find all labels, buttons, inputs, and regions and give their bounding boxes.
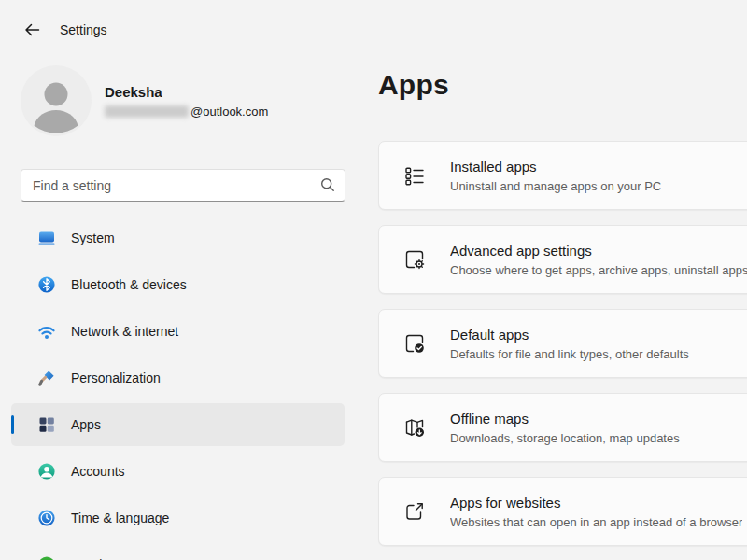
- sidebar-nav: System Bluetooth & devices Network & int…: [11, 217, 345, 560]
- user-email: @outlook.com: [105, 105, 268, 119]
- card-text: Default apps Defaults for file and link …: [450, 327, 689, 361]
- card-title: Installed apps: [450, 159, 661, 175]
- card-installed-apps[interactable]: Installed apps Uninstall and manage apps…: [378, 141, 747, 210]
- sidebar-item-label: Network & internet: [71, 324, 178, 339]
- search-box: [21, 169, 345, 202]
- sidebar-item-network-internet[interactable]: Network & internet: [11, 310, 345, 353]
- email-suffix: @outlook.com: [190, 105, 268, 119]
- sidebar-item-bluetooth-devices[interactable]: Bluetooth & devices: [11, 263, 345, 306]
- accounts-icon: [37, 462, 56, 481]
- window-title: Settings: [60, 22, 107, 37]
- email-redacted-blur: [105, 105, 189, 118]
- apps-icon: [37, 415, 56, 434]
- avatar: [21, 65, 92, 136]
- sidebar-item-personalization[interactable]: Personalization: [11, 357, 345, 399]
- card-title: Advanced app settings: [450, 243, 747, 259]
- card-text: Offline maps Downloads, storage location…: [450, 411, 680, 445]
- card-text: Installed apps Uninstall and manage apps…: [450, 159, 661, 193]
- search-icon: [320, 177, 335, 192]
- person-silhouette-icon: [21, 65, 92, 136]
- sidebar-item-label: Bluetooth & devices: [71, 277, 187, 292]
- card-title: Offline maps: [450, 411, 680, 427]
- card-subtitle: Choose where to get apps, archive apps, …: [450, 263, 747, 277]
- sidebar-item-apps[interactable]: Apps: [11, 403, 345, 446]
- card-subtitle: Downloads, storage location, map updates: [450, 431, 680, 445]
- card-subtitle: Uninstall and manage apps on your PC: [450, 179, 661, 193]
- card-apps-for-websites[interactable]: Apps for websites Websites that can open…: [378, 477, 747, 546]
- sidebar-item-label: System: [71, 231, 115, 245]
- network-icon: [37, 322, 56, 341]
- sidebar-item-time-language[interactable]: Time & language: [11, 497, 345, 539]
- sidebar-item-accounts[interactable]: Accounts: [11, 450, 345, 493]
- sidebar-item-label: Accounts: [71, 464, 125, 479]
- card-subtitle: Websites that can open in an app instead…: [450, 515, 742, 529]
- gaming-icon: [37, 555, 56, 560]
- card-text: Advanced app settings Choose where to ge…: [450, 243, 747, 277]
- card-title: Apps for websites: [450, 495, 742, 511]
- bluetooth-icon: [37, 275, 56, 294]
- sidebar-item-gaming[interactable]: Gaming: [11, 543, 345, 560]
- offline-maps-icon: [403, 416, 426, 439]
- card-text: Apps for websites Websites that can open…: [450, 495, 742, 529]
- sidebar-item-system[interactable]: System: [11, 217, 345, 259]
- personalization-icon: [37, 369, 56, 387]
- page-title: Apps: [378, 69, 449, 101]
- card-offline-maps[interactable]: Offline maps Downloads, storage location…: [378, 393, 747, 462]
- sidebar-item-label: Time & language: [71, 511, 169, 525]
- card-title: Default apps: [450, 327, 689, 343]
- back-button[interactable]: [22, 21, 41, 39]
- user-name: Deeksha: [105, 84, 162, 100]
- installed-apps-icon: [403, 164, 426, 187]
- user-profile[interactable]: Deeksha @outlook.com: [21, 63, 347, 138]
- card-advanced-app-settings[interactable]: Advanced app settings Choose where to ge…: [378, 225, 747, 294]
- sidebar-item-label: Apps: [71, 417, 101, 432]
- selected-accent-pill: [11, 415, 14, 434]
- back-arrow-icon: [24, 22, 40, 37]
- search-input[interactable]: [21, 169, 345, 202]
- settings-card-list: Installed apps Uninstall and manage apps…: [378, 141, 747, 560]
- card-subtitle: Defaults for file and link types, other …: [450, 347, 689, 361]
- card-default-apps[interactable]: Default apps Defaults for file and link …: [378, 309, 747, 378]
- default-apps-icon: [403, 332, 426, 355]
- apps-for-websites-icon: [403, 500, 426, 523]
- advanced-app-settings-icon: [403, 248, 426, 271]
- time-language-icon: [37, 509, 56, 527]
- system-icon: [37, 229, 56, 247]
- sidebar-item-label: Personalization: [71, 371, 161, 385]
